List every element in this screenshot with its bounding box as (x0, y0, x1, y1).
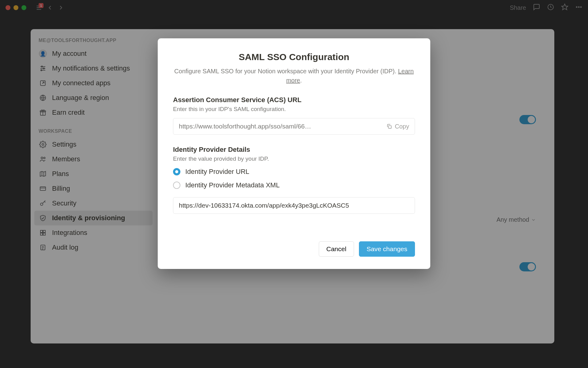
copy-icon (386, 123, 392, 129)
cancel-button[interactable]: Cancel (319, 241, 354, 257)
saml-sso-config-modal: SAML SSO Configuration Configure SAML SS… (158, 38, 430, 269)
acs-url-heading: Assertion Consumer Service (ACS) URL (173, 96, 415, 104)
radio-label: Identity Provider URL (185, 168, 249, 176)
radio-idp-url[interactable]: Identity Provider URL (173, 168, 415, 176)
acs-url-value: https://www.toolsforthought.app/sso/saml… (179, 123, 382, 130)
modal-subtitle: Configure SAML SSO for your Notion works… (173, 67, 415, 85)
radio-icon (173, 182, 180, 189)
copy-acs-url-button[interactable]: Copy (386, 123, 409, 130)
radio-label: Identity Provider Metadata XML (185, 181, 280, 189)
radio-icon (173, 168, 180, 175)
idp-details-heading: Identity Provider Details (173, 146, 415, 154)
svg-rect-39 (389, 126, 391, 128)
modal-title: SAML SSO Configuration (173, 52, 415, 62)
radio-idp-metadata-xml[interactable]: Identity Provider Metadata XML (173, 181, 415, 189)
acs-url-hint: Enter this in your IDP's SAML configurat… (173, 106, 415, 113)
save-changes-button[interactable]: Save changes (359, 241, 415, 257)
acs-url-field: https://www.toolsforthought.app/sso/saml… (173, 118, 415, 135)
app-window: 1 Share ME@TOOLSFORTHOUGHT.APP 👤 My acco… (0, 0, 588, 368)
idp-url-input[interactable] (173, 197, 415, 214)
idp-details-hint: Enter the value provided by your IDP. (173, 155, 415, 162)
